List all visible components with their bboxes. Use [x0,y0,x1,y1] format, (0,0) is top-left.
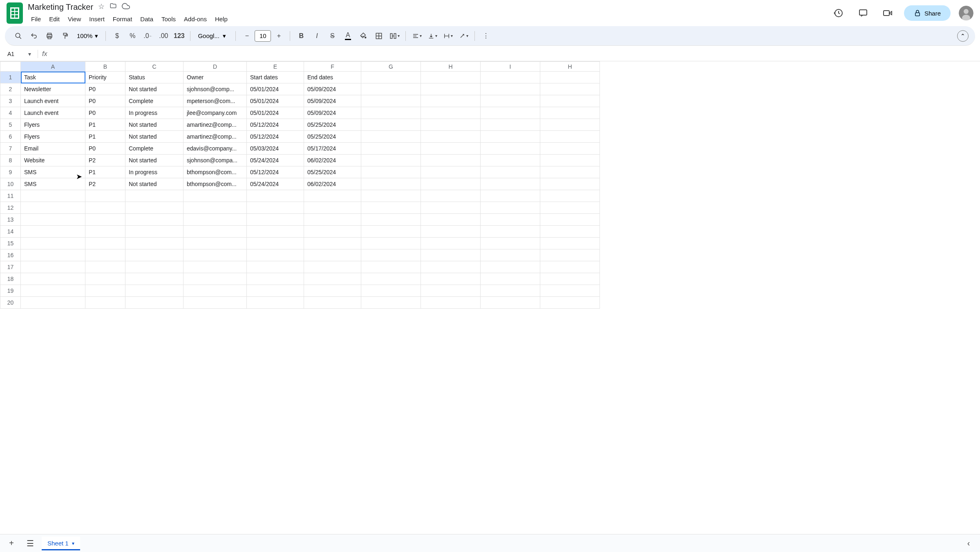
cell[interactable]: 05/25/2024 [304,131,361,143]
cell[interactable] [304,297,361,309]
menu-file[interactable]: File [28,14,44,24]
cell[interactable] [481,155,540,166]
cell[interactable] [361,83,421,95]
cell[interactable] [85,297,125,309]
cell[interactable] [361,202,421,214]
cell[interactable] [540,166,600,178]
cell[interactable] [361,273,421,285]
cell[interactable] [125,261,183,273]
cell[interactable] [481,119,540,131]
cell[interactable] [21,226,85,238]
meet-icon[interactable] [879,5,896,21]
cell[interactable]: 05/24/2024 [247,178,304,190]
cell[interactable] [421,273,481,285]
cell[interactable]: Owner [183,72,247,83]
cell[interactable]: 05/12/2024 [247,119,304,131]
text-color-icon[interactable]: A [341,29,355,43]
align-horizontal-icon[interactable]: ▾ [410,29,424,43]
cell[interactable]: 06/02/2024 [304,178,361,190]
cell[interactable] [304,238,361,249]
cell[interactable] [540,214,600,226]
cell[interactable] [481,238,540,249]
cell[interactable] [540,273,600,285]
paint-format-icon[interactable] [58,29,72,43]
cell[interactable]: 05/12/2024 [247,131,304,143]
cell[interactable] [540,238,600,249]
cell[interactable] [247,285,304,297]
cell[interactable]: P2 [85,178,125,190]
cell[interactable] [21,214,85,226]
cell[interactable]: Not started [125,131,183,143]
cell[interactable] [421,261,481,273]
cell[interactable] [421,143,481,155]
borders-icon[interactable] [372,29,386,43]
cell[interactable] [481,190,540,202]
fill-color-icon[interactable] [356,29,370,43]
cell[interactable] [304,190,361,202]
cell[interactable]: sjohnson@comp... [183,83,247,95]
cell[interactable] [21,238,85,249]
cell[interactable] [247,249,304,261]
row-header[interactable]: 10 [0,178,21,190]
cell[interactable] [183,285,247,297]
column-header-F[interactable]: F [304,62,361,72]
cell[interactable] [183,202,247,214]
decrease-decimal-icon[interactable]: .0← [141,29,155,43]
cell[interactable] [481,72,540,83]
cloud-status-icon[interactable] [122,2,130,12]
cell[interactable] [304,261,361,273]
cell[interactable] [247,214,304,226]
cell[interactable] [481,226,540,238]
row-header[interactable]: 15 [0,238,21,249]
cell[interactable] [421,214,481,226]
row-header[interactable]: 7 [0,143,21,155]
cell[interactable]: Complete [125,143,183,155]
cell[interactable] [361,261,421,273]
cell[interactable] [304,226,361,238]
zoom-dropdown[interactable]: 100%▾ [74,31,101,41]
column-header-I[interactable]: I [481,62,540,72]
cell[interactable] [247,297,304,309]
cell[interactable] [361,95,421,107]
cell[interactable] [540,72,600,83]
select-all-cell[interactable] [0,62,21,72]
cell[interactable] [361,214,421,226]
merge-cells-icon[interactable]: ▾ [387,29,401,43]
cell[interactable]: In progress [125,166,183,178]
cell[interactable] [421,131,481,143]
menu-edit[interactable]: Edit [46,14,63,24]
cell[interactable] [125,273,183,285]
cell[interactable] [481,178,540,190]
text-wrap-icon[interactable]: ▾ [441,29,455,43]
menu-help[interactable]: Help [212,14,231,24]
cell[interactable] [21,273,85,285]
cell[interactable]: amartinez@comp... [183,131,247,143]
increase-font-icon[interactable]: + [272,29,286,43]
cell[interactable] [540,107,600,119]
cell[interactable]: P2 [85,155,125,166]
cell[interactable] [540,83,600,95]
cell[interactable] [540,131,600,143]
cell[interactable] [361,178,421,190]
cell[interactable]: 05/01/2024 [247,95,304,107]
cell[interactable] [247,261,304,273]
row-header[interactable]: 17 [0,261,21,273]
cell[interactable] [540,119,600,131]
cell[interactable] [540,95,600,107]
menu-view[interactable]: View [65,14,84,24]
cell[interactable]: 05/09/2024 [304,95,361,107]
cell[interactable]: Status [125,72,183,83]
cell[interactable] [183,261,247,273]
row-header[interactable]: 8 [0,155,21,166]
cell[interactable] [421,119,481,131]
row-header[interactable]: 16 [0,249,21,261]
cell[interactable]: SMS [21,166,85,178]
cell[interactable]: P1 [85,131,125,143]
cell[interactable] [481,83,540,95]
cell[interactable]: Priority [85,72,125,83]
cell[interactable]: Start dates [247,72,304,83]
cell[interactable] [183,214,247,226]
cell[interactable] [481,166,540,178]
column-header-A[interactable]: A [21,62,85,72]
percent-icon[interactable]: % [125,29,139,43]
